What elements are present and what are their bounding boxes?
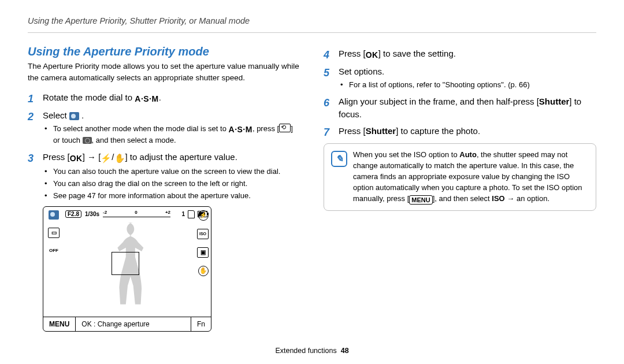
back-button-icon (279, 124, 291, 132)
note-info-icon: ✎ (331, 151, 347, 167)
right-column: Press [OK] to save the setting. Set opti… (324, 45, 596, 332)
steps-right: Press [OK] to save the setting. Set opti… (324, 47, 596, 138)
menu-button-icon: MENU (409, 195, 432, 205)
lcd-fn-label: Fn (191, 317, 211, 331)
step-3-sub-2: You can also drag the dial on the screen… (43, 179, 300, 190)
step-2: Select . To select another mode when the… (28, 109, 300, 146)
step-3-sub-1: You can also touch the aperture value on… (43, 166, 300, 177)
info-note: ✎ When you set the ISO option to Auto, t… (324, 143, 596, 210)
mode-select-icon (69, 112, 79, 120)
timer-right-icon: ✋ (114, 152, 125, 165)
left-column: Using the Aperture Priority mode The Ape… (28, 45, 300, 332)
step-2-sub: To select another mode when the mode dia… (43, 124, 300, 146)
step-1: Rotate the mode dial to A·S·M. (28, 91, 300, 105)
ev-scale: -2 0 +2 (103, 211, 170, 217)
lcd-ok-label: OK : Change aperture (76, 317, 191, 331)
aperture-readout: F2.8 (65, 210, 81, 218)
ok-button-icon: OK (70, 153, 83, 164)
focus-frame-icon (112, 252, 139, 275)
mode-asm-icon: A·S·M (135, 93, 158, 105)
intro-paragraph: The Aperture Priority mode allows you to… (28, 61, 300, 83)
step-6: Align your subject in the frame, and the… (324, 95, 596, 121)
flash-left-icon: ⚡ (101, 152, 112, 165)
shots-remaining: 1 (181, 211, 185, 217)
drive-mode-icon: ▭ (48, 228, 60, 238)
stabilization-icon: ✋ (198, 266, 209, 276)
step-3-sub-3: See page 47 for more information about t… (43, 191, 300, 202)
camera-lcd-preview: ▭ OFF F2.8 1/30s -2 0 +2 1 (43, 206, 211, 332)
step-7: Press [Shutter] to capture the photo. (324, 125, 596, 138)
flash-status-icon: ⚡ (198, 210, 209, 221)
metering-icon: ▣ (197, 247, 209, 258)
section-title: Using the Aperture Priority mode (28, 45, 300, 58)
iso-auto-icon: ISO (197, 229, 209, 239)
running-header: Using the Aperture Priority, Shutter Pri… (28, 16, 596, 25)
mode-indicator-icon (49, 210, 59, 220)
step-5: Set options. For a list of options, refe… (324, 65, 596, 91)
shutter-readout: 1/30s (85, 211, 99, 217)
lcd-menu-label: MENU (43, 317, 76, 331)
header-rule (28, 32, 596, 33)
mode-asm-icon: A·S·M (229, 124, 252, 135)
step-5-sub-1: For a list of options, refer to "Shootin… (339, 80, 596, 91)
step-3: Press [OK] → [⚡/✋] to adjust the apertur… (28, 151, 300, 201)
step-4: Press [OK] to save the setting. (324, 47, 596, 61)
steps-left: Rotate the mode dial to A·S·M. Select . … (28, 91, 300, 201)
camera-touch-icon (83, 137, 92, 144)
flash-off-icon: OFF (49, 246, 59, 255)
ok-button-icon: OK (366, 49, 378, 61)
page-footer: Extended functions 48 (0, 347, 624, 355)
